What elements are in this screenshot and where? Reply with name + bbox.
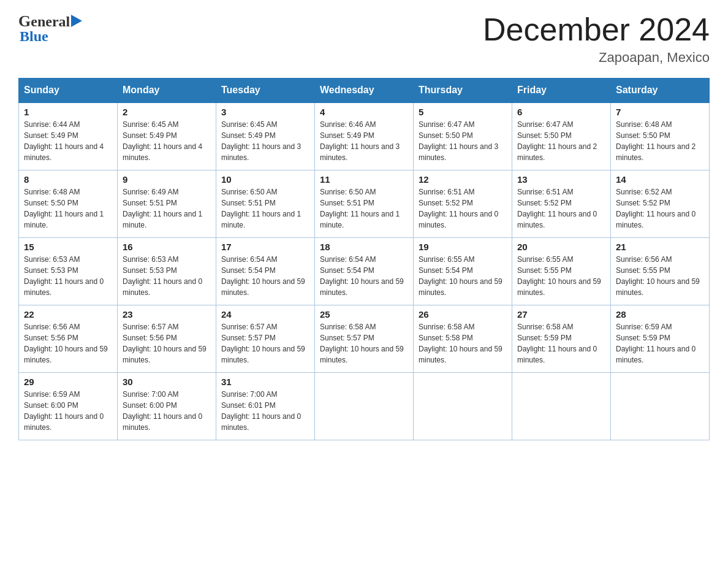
day-number: 15 bbox=[24, 242, 112, 252]
day-cell bbox=[414, 372, 512, 440]
logo-eneral: eneral bbox=[31, 13, 70, 30]
day-info: Sunrise: 6:55 AMSunset: 5:55 PMDaylight:… bbox=[517, 254, 605, 298]
day-info: Sunrise: 6:58 AMSunset: 5:59 PMDaylight:… bbox=[517, 321, 605, 366]
day-number: 9 bbox=[123, 174, 211, 185]
day-number: 17 bbox=[221, 242, 309, 252]
header-friday: Friday bbox=[512, 79, 611, 103]
logo-blue-text: Blue bbox=[20, 28, 48, 45]
day-info: Sunrise: 6:58 AMSunset: 5:57 PMDaylight:… bbox=[320, 321, 408, 366]
day-cell: 14Sunrise: 6:52 AMSunset: 5:52 PMDayligh… bbox=[611, 170, 710, 237]
day-info: Sunrise: 6:46 AMSunset: 5:49 PMDaylight:… bbox=[320, 119, 408, 163]
week-row-5: 29Sunrise: 6:59 AMSunset: 6:00 PMDayligh… bbox=[19, 372, 710, 440]
day-number: 29 bbox=[24, 377, 112, 387]
day-info: Sunrise: 6:45 AMSunset: 5:49 PMDaylight:… bbox=[221, 119, 309, 163]
logo-arrow-icon bbox=[71, 15, 82, 27]
day-info: Sunrise: 6:50 AMSunset: 5:51 PMDaylight:… bbox=[320, 186, 408, 231]
day-info: Sunrise: 6:51 AMSunset: 5:52 PMDaylight:… bbox=[517, 186, 605, 231]
day-number: 22 bbox=[24, 309, 112, 320]
day-info: Sunrise: 6:52 AMSunset: 5:52 PMDaylight:… bbox=[616, 186, 704, 231]
day-cell: 16Sunrise: 6:53 AMSunset: 5:53 PMDayligh… bbox=[118, 237, 216, 305]
day-cell: 28Sunrise: 6:59 AMSunset: 5:59 PMDayligh… bbox=[611, 305, 710, 372]
day-cell: 23Sunrise: 6:57 AMSunset: 5:56 PMDayligh… bbox=[118, 305, 216, 372]
location: Zapoapan, Mexico bbox=[483, 50, 710, 66]
day-number: 20 bbox=[517, 242, 605, 252]
day-info: Sunrise: 6:48 AMSunset: 5:50 PMDaylight:… bbox=[616, 119, 704, 163]
week-row-1: 1Sunrise: 6:44 AMSunset: 5:49 PMDaylight… bbox=[19, 102, 710, 170]
day-info: Sunrise: 6:56 AMSunset: 5:56 PMDaylight:… bbox=[24, 321, 112, 366]
day-number: 23 bbox=[123, 309, 211, 320]
day-number: 16 bbox=[123, 242, 211, 252]
day-info: Sunrise: 6:59 AMSunset: 5:59 PMDaylight:… bbox=[616, 321, 704, 366]
day-number: 31 bbox=[221, 377, 309, 387]
day-cell: 20Sunrise: 6:55 AMSunset: 5:55 PMDayligh… bbox=[512, 237, 611, 305]
day-number: 8 bbox=[24, 174, 112, 185]
day-cell: 5Sunrise: 6:47 AMSunset: 5:50 PMDaylight… bbox=[414, 102, 512, 170]
day-number: 28 bbox=[616, 309, 704, 320]
day-info: Sunrise: 6:57 AMSunset: 5:57 PMDaylight:… bbox=[221, 321, 309, 366]
day-cell: 21Sunrise: 6:56 AMSunset: 5:55 PMDayligh… bbox=[611, 237, 710, 305]
day-info: Sunrise: 6:45 AMSunset: 5:49 PMDaylight:… bbox=[123, 119, 211, 163]
day-number: 26 bbox=[419, 309, 507, 320]
day-cell: 3Sunrise: 6:45 AMSunset: 5:49 PMDaylight… bbox=[216, 102, 315, 170]
logo: G eneral Blue bbox=[18, 12, 82, 45]
day-info: Sunrise: 7:00 AMSunset: 6:00 PMDaylight:… bbox=[123, 389, 211, 433]
day-number: 12 bbox=[419, 174, 507, 185]
day-number: 7 bbox=[616, 107, 704, 117]
day-number: 18 bbox=[320, 242, 408, 252]
day-info: Sunrise: 6:51 AMSunset: 5:52 PMDaylight:… bbox=[419, 186, 507, 231]
header-thursday: Thursday bbox=[414, 79, 512, 103]
day-cell: 2Sunrise: 6:45 AMSunset: 5:49 PMDaylight… bbox=[118, 102, 216, 170]
day-number: 10 bbox=[221, 174, 309, 185]
day-info: Sunrise: 6:54 AMSunset: 5:54 PMDaylight:… bbox=[221, 254, 309, 298]
day-number: 11 bbox=[320, 174, 408, 185]
day-number: 19 bbox=[419, 242, 507, 252]
day-number: 25 bbox=[320, 309, 408, 320]
calendar-header-row: SundayMondayTuesdayWednesdayThursdayFrid… bbox=[19, 79, 710, 103]
calendar-table: SundayMondayTuesdayWednesdayThursdayFrid… bbox=[18, 78, 710, 440]
day-cell: 30Sunrise: 7:00 AMSunset: 6:00 PMDayligh… bbox=[118, 372, 216, 440]
day-info: Sunrise: 6:50 AMSunset: 5:51 PMDaylight:… bbox=[221, 186, 309, 231]
week-row-2: 8Sunrise: 6:48 AMSunset: 5:50 PMDaylight… bbox=[19, 170, 710, 237]
day-info: Sunrise: 6:53 AMSunset: 5:53 PMDaylight:… bbox=[24, 254, 112, 298]
day-info: Sunrise: 6:56 AMSunset: 5:55 PMDaylight:… bbox=[616, 254, 704, 298]
day-number: 5 bbox=[419, 107, 507, 117]
day-info: Sunrise: 6:47 AMSunset: 5:50 PMDaylight:… bbox=[517, 119, 605, 163]
page-header: G eneral Blue December 2024 Zapoapan, Me… bbox=[18, 12, 710, 66]
day-cell: 19Sunrise: 6:55 AMSunset: 5:54 PMDayligh… bbox=[414, 237, 512, 305]
header-wednesday: Wednesday bbox=[315, 79, 414, 103]
day-info: Sunrise: 6:54 AMSunset: 5:54 PMDaylight:… bbox=[320, 254, 408, 298]
day-cell: 9Sunrise: 6:49 AMSunset: 5:51 PMDaylight… bbox=[118, 170, 216, 237]
day-number: 2 bbox=[123, 107, 211, 117]
day-number: 30 bbox=[123, 377, 211, 387]
day-cell: 25Sunrise: 6:58 AMSunset: 5:57 PMDayligh… bbox=[315, 305, 414, 372]
header-saturday: Saturday bbox=[611, 79, 710, 103]
day-cell: 24Sunrise: 6:57 AMSunset: 5:57 PMDayligh… bbox=[216, 305, 315, 372]
day-number: 21 bbox=[616, 242, 704, 252]
day-info: Sunrise: 6:44 AMSunset: 5:49 PMDaylight:… bbox=[24, 119, 112, 163]
day-cell: 15Sunrise: 6:53 AMSunset: 5:53 PMDayligh… bbox=[19, 237, 118, 305]
day-info: Sunrise: 6:47 AMSunset: 5:50 PMDaylight:… bbox=[419, 119, 507, 163]
month-title: December 2024 bbox=[483, 12, 710, 47]
day-info: Sunrise: 6:53 AMSunset: 5:53 PMDaylight:… bbox=[123, 254, 211, 298]
day-cell: 13Sunrise: 6:51 AMSunset: 5:52 PMDayligh… bbox=[512, 170, 611, 237]
day-number: 3 bbox=[221, 107, 309, 117]
day-number: 1 bbox=[24, 107, 112, 117]
day-number: 4 bbox=[320, 107, 408, 117]
title-block: December 2024 Zapoapan, Mexico bbox=[483, 12, 710, 66]
day-cell: 29Sunrise: 6:59 AMSunset: 6:00 PMDayligh… bbox=[19, 372, 118, 440]
day-cell: 31Sunrise: 7:00 AMSunset: 6:01 PMDayligh… bbox=[216, 372, 315, 440]
day-info: Sunrise: 6:59 AMSunset: 6:00 PMDaylight:… bbox=[24, 389, 112, 433]
day-info: Sunrise: 6:58 AMSunset: 5:58 PMDaylight:… bbox=[419, 321, 507, 366]
day-info: Sunrise: 6:49 AMSunset: 5:51 PMDaylight:… bbox=[123, 186, 211, 231]
day-cell bbox=[611, 372, 710, 440]
header-monday: Monday bbox=[118, 79, 216, 103]
day-cell: 27Sunrise: 6:58 AMSunset: 5:59 PMDayligh… bbox=[512, 305, 611, 372]
day-cell: 1Sunrise: 6:44 AMSunset: 5:49 PMDaylight… bbox=[19, 102, 118, 170]
header-tuesday: Tuesday bbox=[216, 79, 315, 103]
day-info: Sunrise: 7:00 AMSunset: 6:01 PMDaylight:… bbox=[221, 389, 309, 433]
day-cell: 7Sunrise: 6:48 AMSunset: 5:50 PMDaylight… bbox=[611, 102, 710, 170]
day-number: 14 bbox=[616, 174, 704, 185]
day-cell: 8Sunrise: 6:48 AMSunset: 5:50 PMDaylight… bbox=[19, 170, 118, 237]
day-cell: 12Sunrise: 6:51 AMSunset: 5:52 PMDayligh… bbox=[414, 170, 512, 237]
day-cell: 4Sunrise: 6:46 AMSunset: 5:49 PMDaylight… bbox=[315, 102, 414, 170]
